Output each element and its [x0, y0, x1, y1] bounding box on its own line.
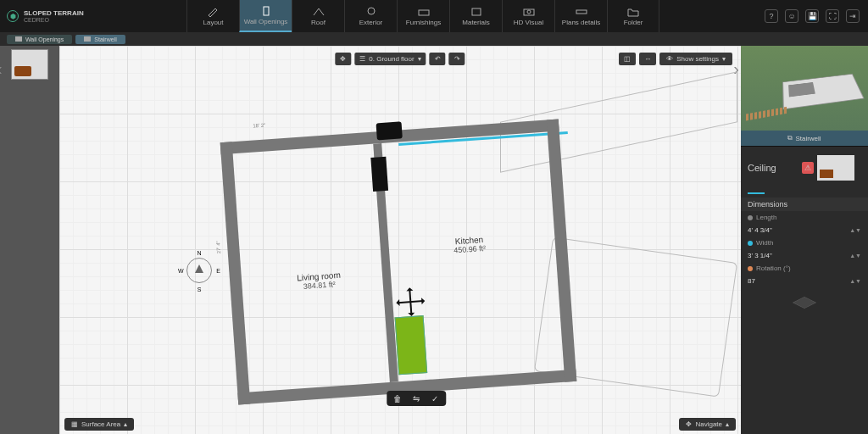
- rotation-field[interactable]: Rotation (°): [741, 262, 868, 275]
- floor-toolbar: ✥ ☰ 0. Ground floor ▾ ↶ ↷: [335, 53, 465, 65]
- show-settings-button[interactable]: 👁 Show settings ▾: [659, 53, 732, 65]
- svg-point-1: [368, 8, 375, 14]
- compass-n: N: [197, 250, 201, 256]
- redo-button[interactable]: ↷: [449, 53, 465, 65]
- stepper-icon[interactable]: ▲▼: [849, 280, 861, 283]
- stairs-small-icon: [84, 36, 91, 42]
- help-button[interactable]: ?: [765, 9, 778, 23]
- panel-tab-stairwell[interactable]: ⧉ Stairwell: [741, 131, 868, 146]
- tab-stairwell[interactable]: Stairwell: [75, 35, 125, 44]
- main-nav: Layout Wall Openings Roof Exterior Furni…: [186, 0, 659, 32]
- svg-point-5: [527, 10, 531, 14]
- swatch-icon: [470, 7, 483, 17]
- stairwell-thumbnail[interactable]: [11, 49, 48, 80]
- layers-button[interactable]: ◫: [619, 53, 636, 65]
- floor-selector[interactable]: ☰ 0. Ground floor ▾: [354, 53, 426, 65]
- left-library-strip: ‹: [0, 46, 59, 434]
- bullet-icon: [748, 241, 753, 246]
- compass-ring-icon: [186, 258, 212, 283]
- room-label: Kitchen 450.96 ft²: [422, 232, 516, 257]
- fixture[interactable]: [376, 121, 403, 140]
- canvas-right-toolbar: ◫ ↔ 👁 Show settings ▾: [619, 53, 732, 65]
- svg-rect-6: [576, 10, 587, 14]
- save-button[interactable]: 💾: [805, 9, 819, 23]
- confirm-button[interactable]: ✓: [429, 393, 441, 403]
- length-field[interactable]: Length: [741, 211, 868, 224]
- tree-icon: [364, 7, 378, 17]
- flip-button[interactable]: ⇋: [410, 393, 422, 403]
- selection-thumbnail: [817, 155, 854, 181]
- nav-furnishings[interactable]: Furnishings: [397, 0, 449, 32]
- panel-tabs: ⧉ Stairwell: [741, 131, 868, 147]
- fullscreen-button[interactable]: ⛶: [826, 9, 839, 23]
- svg-rect-3: [472, 8, 481, 15]
- door-small-icon: [15, 36, 22, 42]
- pencil-icon: [207, 7, 220, 17]
- panel-header: Ceiling ⚠: [741, 147, 868, 189]
- collapse-left-icon[interactable]: ‹: [0, 59, 3, 79]
- nav-exterior[interactable]: Exterior: [344, 0, 397, 32]
- brand-logo-icon: ⬢: [7, 10, 19, 22]
- rotation-value[interactable]: 87 ▲▼: [741, 275, 868, 287]
- camera-icon: [522, 7, 536, 17]
- top-bar: ⬢ SLOPED TERRAIN CEDREO Layout Wall Open…: [0, 0, 868, 32]
- folder-icon: [626, 7, 640, 17]
- navigate-button[interactable]: ✥ Navigate ▴: [679, 418, 736, 431]
- orientation-cube[interactable]: [792, 294, 817, 320]
- nav-wall-openings[interactable]: Wall Openings: [239, 0, 292, 32]
- compass-s: S: [198, 287, 202, 292]
- delete-button[interactable]: 🗑: [392, 393, 403, 403]
- 3d-preview[interactable]: [741, 46, 868, 131]
- floorplan[interactable]: Living room 384.81 ft² Kitchen 450.96 ft…: [220, 119, 577, 404]
- compass[interactable]: N W E S: [182, 253, 216, 287]
- building-model-icon: [782, 74, 865, 109]
- selection-actions: 🗑 ⇋ ✓: [387, 391, 446, 406]
- sub-tabs-bar: Wall Openings Stairwell: [0, 32, 868, 46]
- warning-button[interactable]: ⚠: [802, 162, 814, 174]
- main-area: ‹ › ✥ ☰ 0. Ground floor ▾ ↶ ↷ ◫ ↔ 👁 Show…: [0, 46, 868, 434]
- separator: [748, 192, 765, 194]
- surface-area-button[interactable]: ▦ Surface Area ▴: [64, 418, 134, 431]
- nav-materials[interactable]: Materials: [449, 0, 502, 32]
- length-value[interactable]: 4' 4 3/4" ▲▼: [741, 224, 868, 236]
- fence-icon: [746, 107, 788, 121]
- stairwell-object[interactable]: [395, 315, 428, 375]
- measure-button[interactable]: ↔: [639, 53, 656, 65]
- dimensions-group-title: Dimensions: [741, 198, 868, 211]
- fixture[interactable]: [370, 157, 388, 192]
- move-handle[interactable]: [398, 290, 422, 314]
- width-field[interactable]: Width: [741, 236, 868, 249]
- topbar-actions: ? ☺ 💾 ⛶ ⇥: [765, 9, 868, 23]
- compass-e: E: [216, 268, 220, 274]
- tab-wall-openings[interactable]: Wall Openings: [7, 35, 72, 44]
- bullet-icon: [748, 266, 753, 271]
- brand-name: CEDREO: [24, 17, 84, 23]
- canvas[interactable]: › ✥ ☰ 0. Ground floor ▾ ↶ ↷ ◫ ↔ 👁 Show s…: [59, 46, 741, 434]
- nav-roof[interactable]: Roof: [292, 0, 344, 32]
- width-value[interactable]: 3' 3 1/4" ▲▼: [741, 249, 868, 262]
- stepper-icon[interactable]: ▲▼: [849, 229, 861, 232]
- properties-panel: ⧉ Stairwell Ceiling ⚠ Dimensions Length …: [741, 46, 868, 434]
- nav-hd-visual[interactable]: HD Visual: [502, 0, 554, 32]
- panel-title: Ceiling: [748, 163, 776, 173]
- dimension-label: 18' 2": [253, 123, 265, 129]
- feedback-button[interactable]: ☺: [785, 9, 798, 23]
- bullet-icon: [748, 215, 753, 220]
- nav-folder[interactable]: Folder: [607, 0, 659, 32]
- cube-face-icon: [793, 297, 816, 309]
- door-icon: [259, 6, 273, 16]
- exit-button[interactable]: ⇥: [846, 9, 860, 23]
- roof-icon: [312, 7, 326, 17]
- compass-w: W: [178, 268, 184, 274]
- room-label: Living room 384.81 ft²: [272, 269, 366, 293]
- nav-plans-details[interactable]: Plans details: [554, 0, 607, 32]
- undo-button[interactable]: ↶: [430, 53, 446, 65]
- brand: ⬢ SLOPED TERRAIN CEDREO: [0, 9, 102, 23]
- dimension-label: 27' 4": [215, 241, 221, 253]
- svg-rect-0: [264, 7, 269, 15]
- project-title: SLOPED TERRAIN: [24, 9, 84, 17]
- nav-layout[interactable]: Layout: [186, 0, 239, 32]
- sofa-icon: [417, 7, 431, 17]
- move-tool-button[interactable]: ✥: [335, 53, 351, 65]
- stepper-icon[interactable]: ▲▼: [849, 254, 861, 258]
